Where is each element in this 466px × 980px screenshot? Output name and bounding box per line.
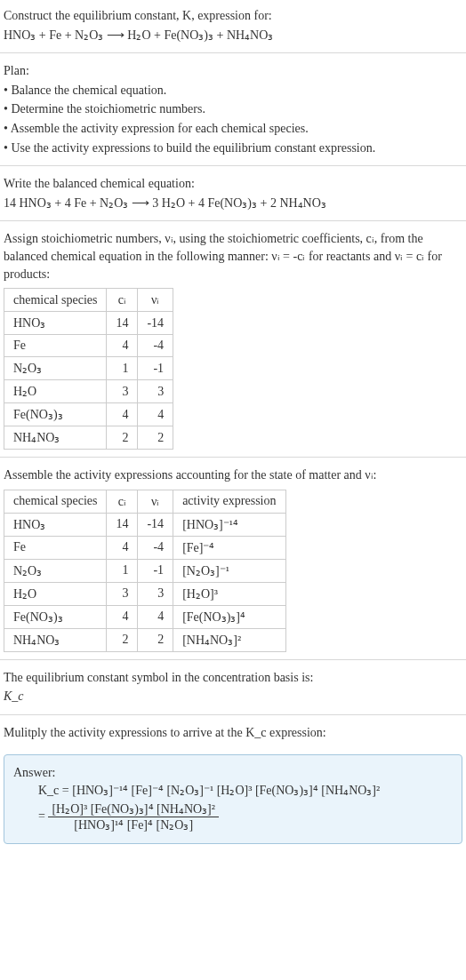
cell-species: H₂O: [4, 582, 107, 605]
col-ae: activity expression: [173, 490, 285, 513]
answer-label: Answer:: [13, 764, 453, 782]
eq-sign: =: [38, 809, 48, 823]
cell-vi: 2: [138, 628, 173, 651]
balanced-heading: Write the balanced chemical equation:: [4, 175, 462, 193]
cell-species: Fe(NO₃)₃: [4, 403, 107, 426]
fraction-denominator: [HNO₃]¹⁴ [Fe]⁴ [N₂O₃]: [48, 817, 219, 833]
table-row: H₂O 3 3: [4, 380, 173, 403]
table-row: Fe 4 -4: [4, 335, 173, 357]
col-vi: νᵢ: [138, 490, 173, 513]
cell-species: HNO₃: [4, 312, 107, 335]
cell-ae: [H₂O]³: [173, 582, 285, 605]
divider: [0, 52, 466, 53]
col-ci: cᵢ: [107, 289, 138, 312]
cell-vi: -4: [138, 536, 173, 559]
activity-text: Assemble the activity expressions accoun…: [4, 466, 462, 484]
cell-ae: [Fe(NO₃)₃]⁴: [173, 605, 285, 628]
cell-ae: [HNO₃]⁻¹⁴: [173, 513, 285, 536]
table-row: Fe(NO₃)₃ 4 4: [4, 403, 173, 426]
table-row: Fe(NO₃)₃ 4 4 [Fe(NO₃)₃]⁴: [4, 605, 286, 628]
cell-ci: 4: [107, 335, 138, 357]
cell-ci: 1: [107, 357, 138, 380]
col-ci: cᵢ: [107, 490, 138, 513]
plan-bullet-4: • Use the activity expressions to build …: [4, 139, 462, 157]
cell-ci: 1: [107, 559, 138, 582]
kc-symbol-section: The equilibrium constant symbol in the c…: [0, 662, 466, 713]
cell-species: NH₄NO₃: [4, 426, 107, 450]
cell-ci: 4: [107, 605, 138, 628]
cell-ci: 3: [107, 582, 138, 605]
cell-vi: 3: [138, 380, 173, 403]
plan-bullet-1: • Balance the chemical equation.: [4, 82, 462, 100]
divider: [0, 457, 466, 458]
divider: [0, 165, 466, 166]
table-row: H₂O 3 3 [H₂O]³: [4, 582, 286, 605]
cell-vi: -1: [138, 559, 173, 582]
cell-ci: 2: [107, 426, 138, 450]
intro-line1: Construct the equilibrium constant, K, e…: [4, 7, 462, 25]
cell-species: Fe: [4, 536, 107, 559]
answer-box: Answer: K_c = [HNO₃]⁻¹⁴ [Fe]⁻⁴ [N₂O₃]⁻¹ …: [4, 754, 462, 845]
kc-symbol-value: K_c: [4, 689, 24, 703]
table-row: Fe 4 -4 [Fe]⁻⁴: [4, 536, 286, 559]
kc-symbol-line2: K_c: [4, 688, 462, 705]
cell-vi: -14: [138, 513, 173, 536]
assign-section: Assign stoichiometric numbers, νᵢ, using…: [0, 223, 466, 455]
answer-fraction: [H₂O]³ [Fe(NO₃)₃]⁴ [NH₄NO₃]² [HNO₃]¹⁴ [F…: [48, 801, 219, 833]
table-header-row: chemical species cᵢ νᵢ activity expressi…: [4, 490, 286, 513]
cell-species: NH₄NO₃: [4, 628, 107, 651]
cell-ci: 14: [107, 513, 138, 536]
cell-ae: [NH₄NO₃]²: [173, 628, 285, 651]
plan-section: Plan: • Balance the chemical equation. •…: [0, 55, 466, 163]
cell-vi: -4: [138, 335, 173, 357]
cell-vi: 2: [138, 426, 173, 450]
intro-section: Construct the equilibrium constant, K, e…: [0, 0, 466, 51]
cell-vi: 3: [138, 582, 173, 605]
cell-ci: 14: [107, 312, 138, 335]
cell-ci: 4: [107, 536, 138, 559]
cell-vi: -14: [138, 312, 173, 335]
table-row: NH₄NO₃ 2 2 [NH₄NO₃]²: [4, 628, 286, 651]
plan-bullet-2: • Determine the stoichiometric numbers.: [4, 100, 462, 118]
table-row: HNO₃ 14 -14 [HNO₃]⁻¹⁴: [4, 513, 286, 536]
divider: [0, 659, 466, 660]
cell-ae: [Fe]⁻⁴: [173, 536, 285, 559]
balanced-equation: 14 HNO₃ + 4 Fe + N₂O₃ ⟶ 3 H₂O + 4 Fe(NO₃…: [4, 195, 462, 212]
cell-species: Fe: [4, 335, 107, 357]
cell-vi: 4: [138, 605, 173, 628]
cell-species: H₂O: [4, 380, 107, 403]
cell-species: N₂O₃: [4, 559, 107, 582]
col-species: chemical species: [4, 490, 107, 513]
multiply-section: Mulitply the activity expressions to arr…: [0, 717, 466, 749]
cell-ae: [N₂O₃]⁻¹: [173, 559, 285, 582]
intro-equation: HNO₃ + Fe + N₂O₃ ⟶ H₂O + Fe(NO₃)₃ + NH₄N…: [4, 27, 462, 44]
fraction-numerator: [H₂O]³ [Fe(NO₃)₃]⁴ [NH₄NO₃]²: [48, 801, 219, 817]
plan-bullet-3: • Assemble the activity expression for e…: [4, 120, 462, 138]
assign-text: Assign stoichiometric numbers, νᵢ, using…: [4, 230, 462, 283]
table-header-row: chemical species cᵢ νᵢ: [4, 289, 173, 312]
divider: [0, 714, 466, 715]
divider: [0, 220, 466, 221]
cell-ci: 3: [107, 380, 138, 403]
cell-ci: 4: [107, 403, 138, 426]
table-row: HNO₃ 14 -14: [4, 312, 173, 335]
multiply-text: Mulitply the activity expressions to arr…: [4, 724, 462, 742]
cell-species: N₂O₃: [4, 357, 107, 380]
cell-vi: -1: [138, 357, 173, 380]
col-species: chemical species: [4, 289, 107, 312]
kc-symbol-line1: The equilibrium constant symbol in the c…: [4, 669, 462, 687]
plan-heading: Plan:: [4, 62, 462, 80]
cell-ci: 2: [107, 628, 138, 651]
cell-species: HNO₃: [4, 513, 107, 536]
balanced-section: Write the balanced chemical equation: 14…: [0, 168, 466, 219]
cell-vi: 4: [138, 403, 173, 426]
table-row: N₂O₃ 1 -1 [N₂O₃]⁻¹: [4, 559, 286, 582]
answer-expression-line1: K_c = [HNO₃]⁻¹⁴ [Fe]⁻⁴ [N₂O₃]⁻¹ [H₂O]³ […: [38, 783, 453, 798]
table-row: NH₄NO₃ 2 2: [4, 426, 173, 450]
table-row: N₂O₃ 1 -1: [4, 357, 173, 380]
activity-table: chemical species cᵢ νᵢ activity expressi…: [4, 490, 286, 652]
col-vi: νᵢ: [138, 289, 173, 312]
cell-species: Fe(NO₃)₃: [4, 605, 107, 628]
answer-expression-line2: = [H₂O]³ [Fe(NO₃)₃]⁴ [NH₄NO₃]² [HNO₃]¹⁴ …: [38, 801, 453, 833]
activity-section: Assemble the activity expressions accoun…: [0, 459, 466, 657]
